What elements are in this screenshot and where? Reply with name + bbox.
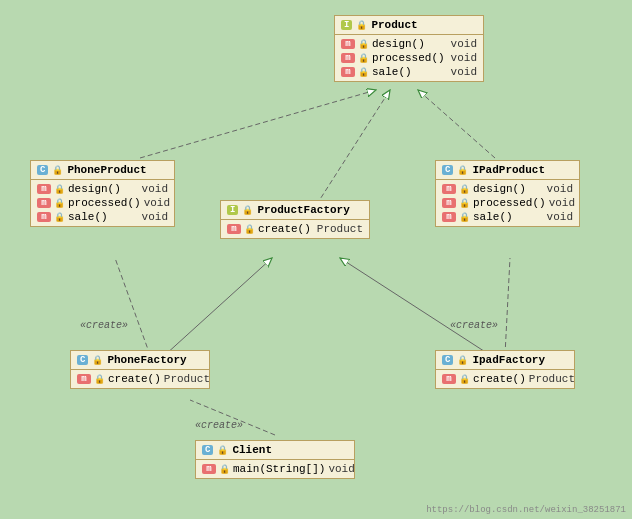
product-header: I 🔒 Product [335,16,483,35]
stereotype-create1: «create» [80,320,128,331]
ipadproduct-title: IPadProduct [472,164,545,176]
ipadproduct-class: C 🔒 IPadProduct m 🔒 design() void m 🔒 pr… [435,160,580,227]
svg-line-6 [340,258,490,355]
client-type-badge: C [202,445,213,455]
ipadfactory-title: IpadFactory [472,354,545,366]
stereotype-create3: «create» [195,420,243,431]
ipadfactory-header: C 🔒 IpadFactory [436,351,574,370]
productfactory-header: I 🔒 ProductFactory [221,201,369,220]
phoneproduct-type-badge: C [37,165,48,175]
svg-line-8 [505,258,510,355]
phoneproduct-title: PhoneProduct [67,164,146,176]
productfactory-class: I 🔒 ProductFactory m 🔒 create() Product [220,200,370,239]
watermark: https://blog.csdn.net/weixin_38251871 [426,505,626,515]
phoneproduct-class: C 🔒 PhoneProduct m 🔒 design() void m 🔒 p… [30,160,175,227]
ipadproduct-method-3: m 🔒 sale() void [436,210,579,224]
client-body: m 🔒 main(String[]) void [196,460,354,478]
svg-line-3 [418,90,495,158]
productfactory-title: ProductFactory [257,204,349,216]
phonefactory-title: PhoneFactory [107,354,186,366]
phoneproduct-header: C 🔒 PhoneProduct [31,161,174,180]
product-method-1: m 🔒 design() void [335,37,483,51]
ipadproduct-body: m 🔒 design() void m 🔒 processed() void m… [436,180,579,226]
svg-line-2 [140,90,376,158]
client-class: C 🔒 Client m 🔒 main(String[]) void [195,440,355,479]
phoneproduct-method-2: m 🔒 processed() void [31,196,174,210]
phonefactory-header: C 🔒 PhoneFactory [71,351,209,370]
svg-line-5 [165,258,272,355]
stereotype-create2: «create» [450,320,498,331]
ipadfactory-type-badge: C [442,355,453,365]
ipadfactory-class: C 🔒 IpadFactory m 🔒 create() Product [435,350,575,389]
product-type-badge: I [341,20,352,30]
productfactory-method-1: m 🔒 create() Product [221,222,369,236]
client-header: C 🔒 Client [196,441,354,460]
phonefactory-body: m 🔒 create() Product [71,370,209,388]
ipadproduct-header: C 🔒 IPadProduct [436,161,579,180]
phonefactory-class: C 🔒 PhoneFactory m 🔒 create() Product [70,350,210,389]
product-class: I 🔒 Product m 🔒 design() void m 🔒 proces… [334,15,484,82]
phoneproduct-method-1: m 🔒 design() void [31,182,174,196]
ipadfactory-body: m 🔒 create() Product [436,370,574,388]
svg-line-4 [308,90,390,218]
ipadproduct-type-badge: C [442,165,453,175]
phonefactory-type-badge: C [77,355,88,365]
client-method-1: m 🔒 main(String[]) void [196,462,354,476]
productfactory-body: m 🔒 create() Product [221,220,369,238]
phoneproduct-body: m 🔒 design() void m 🔒 processed() void m… [31,180,174,226]
ipadproduct-method-2: m 🔒 processed() void [436,196,579,210]
product-method-3: m 🔒 sale() void [335,65,483,79]
product-title: Product [371,19,417,31]
productfactory-type-badge: I [227,205,238,215]
ipadproduct-method-1: m 🔒 design() void [436,182,579,196]
phonefactory-method-1: m 🔒 create() Product [71,372,209,386]
phoneproduct-method-3: m 🔒 sale() void [31,210,174,224]
ipadfactory-method-1: m 🔒 create() Product [436,372,574,386]
product-body: m 🔒 design() void m 🔒 processed() void m… [335,35,483,81]
client-title: Client [232,444,272,456]
product-method-2: m 🔒 processed() void [335,51,483,65]
svg-line-7 [115,258,150,355]
